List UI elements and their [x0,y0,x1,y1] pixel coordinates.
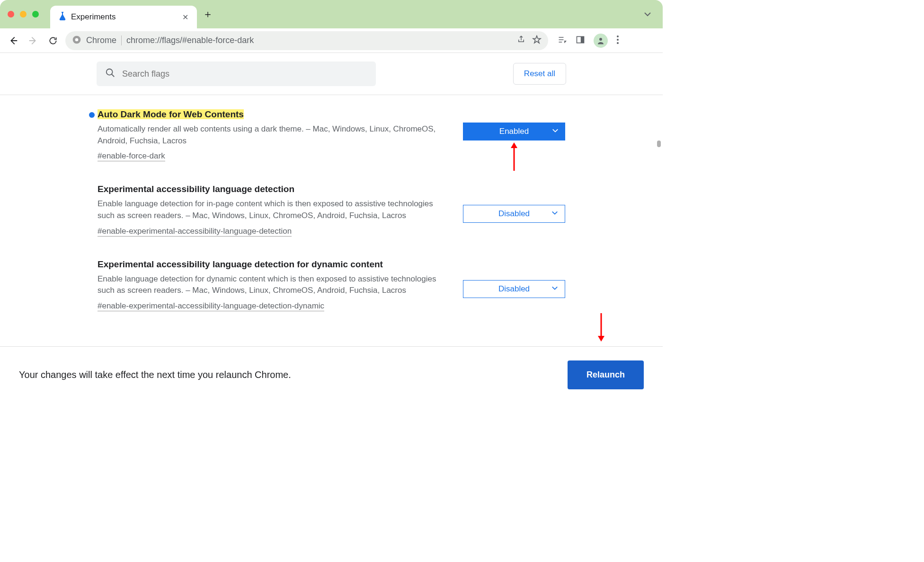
flag-row: Experimental accessibility language dete… [98,259,565,311]
toolbar-right-icons [558,34,619,48]
search-flags-box[interactable] [97,61,376,86]
share-icon[interactable] [517,35,525,46]
annotation-arrow-up-icon [509,142,519,171]
chevron-down-icon [551,284,558,294]
back-button[interactable] [6,33,21,48]
svg-point-1 [75,38,79,41]
flag-row: Auto Dark Mode for Web Contents Automati… [98,109,565,161]
flag-description: Automatically render all web contents us… [98,123,444,147]
search-icon [105,68,116,80]
url-text: chrome://flags/#enable-force-dark [126,35,512,45]
site-label: Chrome [86,35,122,45]
scrollbar-thumb[interactable] [657,140,661,147]
flag-description: Enable language detection for in-page co… [98,198,444,221]
flag-dropdown[interactable]: Disabled [463,280,565,298]
flags-header: Reset all [0,53,663,95]
flag-title: Experimental accessibility language dete… [98,184,294,194]
flag-dropdown[interactable]: Disabled [463,205,565,223]
star-icon[interactable] [532,35,542,46]
relaunch-banner: Your changes will take effect the next t… [0,346,663,403]
flag-description: Enable language detection for dynamic co… [98,273,444,297]
panel-icon[interactable] [576,35,585,46]
svg-point-4 [599,38,602,41]
window-close-button[interactable] [8,11,14,18]
reload-button[interactable] [45,33,61,48]
banner-message: Your changes will take effect the next t… [19,369,291,380]
svg-point-7 [617,42,619,44]
chevron-down-icon[interactable] [644,10,651,20]
flag-anchor-link[interactable]: #enable-force-dark [98,151,165,161]
address-bar[interactable]: Chrome chrome://flags/#enable-force-dark [65,31,548,50]
window-titlebar: Experiments ✕ ＋ [0,0,663,28]
flag-title: Experimental accessibility language dete… [98,259,383,269]
reset-all-button[interactable]: Reset all [513,63,566,85]
kebab-menu-icon[interactable] [616,35,619,46]
search-input[interactable] [122,69,367,79]
profile-avatar[interactable] [594,34,608,48]
svg-point-6 [617,39,619,41]
modified-indicator-icon [89,112,95,118]
annotation-arrow-down-icon [596,313,606,342]
flag-anchor-link[interactable]: #enable-experimental-accessibility-langu… [98,301,324,311]
svg-point-5 [617,35,619,37]
browser-toolbar: Chrome chrome://flags/#enable-force-dark [0,28,663,53]
chevron-down-icon [551,209,558,219]
window-maximize-button[interactable] [32,11,39,18]
flag-title: Auto Dark Mode for Web Contents [98,109,244,119]
window-minimize-button[interactable] [20,11,27,18]
tab-title: Experiments [71,12,178,22]
chrome-icon [72,35,81,46]
traffic-lights [8,11,39,18]
dropdown-value: Disabled [498,284,530,294]
relaunch-button[interactable]: Relaunch [568,360,644,389]
close-icon[interactable]: ✕ [182,13,188,22]
dropdown-value: Enabled [499,127,529,136]
flask-icon [59,12,66,23]
flag-anchor-link[interactable]: #enable-experimental-accessibility-langu… [98,227,292,237]
svg-rect-3 [581,36,584,43]
browser-tab[interactable]: Experiments ✕ [50,6,197,28]
forward-button[interactable] [26,33,41,48]
flag-row: Experimental accessibility language dete… [98,184,565,236]
dropdown-value: Disabled [498,209,530,219]
media-icon[interactable] [558,35,567,46]
svg-point-8 [107,69,113,75]
flags-list: Auto Dark Mode for Web Contents Automati… [90,95,573,368]
chevron-down-icon [552,127,559,136]
new-tab-button[interactable]: ＋ [203,7,213,21]
flag-dropdown[interactable]: Enabled [463,123,565,140]
